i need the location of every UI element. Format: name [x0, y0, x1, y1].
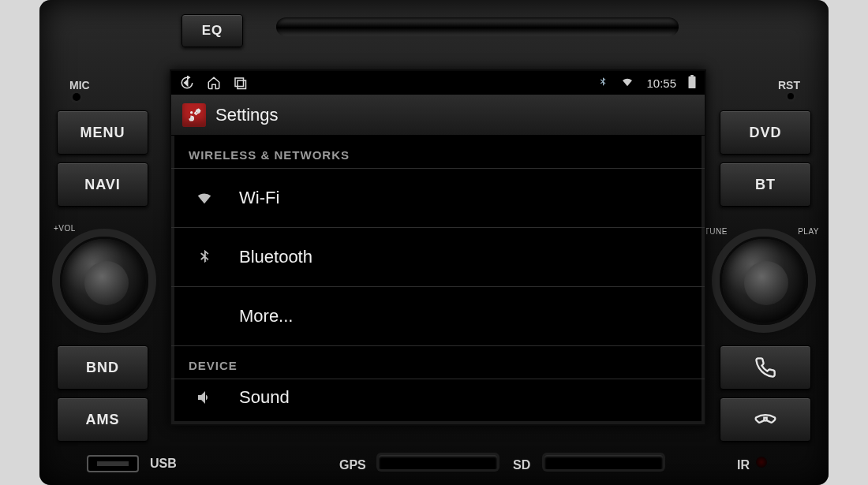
home-icon[interactable] — [206, 76, 222, 90]
end-call-button[interactable] — [720, 397, 811, 442]
settings-item-more[interactable]: More... — [171, 287, 705, 345]
bluetooth-status-icon — [597, 75, 608, 91]
reset-hole[interactable] — [788, 93, 794, 99]
disc-slot[interactable] — [276, 17, 679, 36]
back-icon[interactable] — [179, 76, 195, 90]
sd-slot[interactable] — [544, 455, 663, 469]
wifi-status-icon — [619, 76, 635, 91]
gps-sd-slot[interactable] — [379, 455, 497, 469]
bluetooth-icon — [192, 246, 217, 268]
bnd-button[interactable]: BND — [57, 345, 148, 390]
item-label: Bluetooth — [239, 247, 312, 267]
menu-button[interactable]: MENU — [57, 110, 148, 155]
mic-hole — [73, 93, 80, 101]
sound-icon — [192, 388, 217, 407]
svg-rect-1 — [238, 80, 246, 89]
mic-label: MIC — [69, 79, 90, 91]
head-unit-bezel: EQ MIC MENU NAVI +VOL BND AMS RST DVD BT… — [39, 0, 829, 485]
phone-icon — [754, 356, 776, 379]
play-label: PLAY — [798, 227, 819, 236]
touchscreen[interactable]: 10:55 Settings WIRELESS & NETWORKS Wi-Fi — [170, 69, 706, 426]
settings-app-icon — [182, 103, 206, 127]
phone-hangup-icon — [753, 409, 778, 431]
svg-rect-3 — [690, 75, 694, 77]
svg-rect-0 — [235, 78, 244, 87]
settings-item-sound[interactable]: Sound — [171, 379, 705, 416]
settings-item-bluetooth[interactable]: Bluetooth — [171, 228, 705, 286]
ams-button[interactable]: AMS — [57, 397, 148, 442]
clock: 10:55 — [646, 76, 676, 90]
eq-button[interactable]: EQ — [181, 14, 243, 47]
svg-rect-2 — [689, 76, 696, 88]
status-bar: 10:55 — [171, 71, 705, 95]
sd-label: SD — [513, 458, 530, 472]
section-header-wireless: WIRELESS & NETWORKS — [171, 136, 705, 168]
dvd-button[interactable]: DVD — [720, 110, 811, 155]
wifi-icon — [192, 189, 217, 207]
settings-item-wifi[interactable]: Wi-Fi — [171, 169, 705, 227]
navi-button[interactable]: NAVI — [57, 162, 148, 207]
app-header: Settings — [171, 95, 705, 136]
battery-icon — [687, 75, 697, 91]
tune-label: TUNE — [705, 227, 728, 236]
usb-port[interactable] — [87, 455, 139, 472]
volume-knob[interactable] — [60, 237, 148, 325]
usb-label: USB — [150, 457, 177, 471]
recent-apps-icon[interactable] — [233, 76, 247, 90]
item-label: Wi-Fi — [239, 188, 279, 208]
svg-point-4 — [190, 111, 193, 114]
app-title: Settings — [215, 105, 279, 125]
ir-label: IR — [737, 458, 750, 472]
item-label: More... — [239, 306, 293, 326]
ir-receiver — [756, 457, 767, 468]
gps-label: GPS — [339, 458, 366, 472]
rst-label: RST — [778, 79, 800, 91]
answer-call-button[interactable] — [720, 345, 811, 390]
tune-knob[interactable] — [720, 237, 808, 325]
vol-label: +VOL — [54, 224, 76, 233]
section-header-device: DEVICE — [171, 346, 705, 379]
bt-button[interactable]: BT — [720, 162, 811, 207]
item-label: Sound — [239, 387, 290, 408]
